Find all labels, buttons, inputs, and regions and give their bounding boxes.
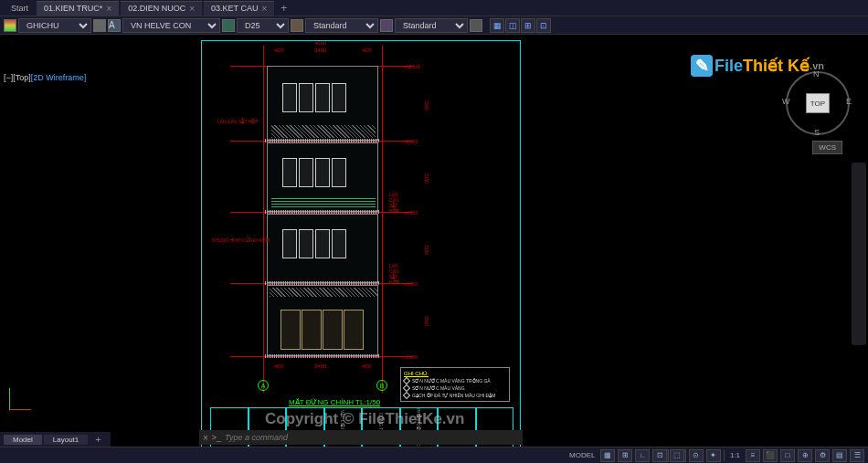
dim-text: 3300 — [424, 100, 429, 110]
level-marker: ±0.000 — [404, 354, 418, 360]
compass-e[interactable]: E — [846, 97, 852, 106]
note-item: SƠN NƯỚC MÀU VÀNG TRỒNG GÀ — [412, 378, 491, 384]
status-btn[interactable]: ⬛ — [763, 449, 778, 462]
navigation-bar[interactable] — [852, 163, 866, 345]
logo-text: .vn — [810, 60, 824, 71]
drawing-content: 400 3400 400 4000 — [201, 40, 521, 447]
misc-icon[interactable] — [470, 19, 482, 32]
layer-select[interactable]: GHICHU — [18, 18, 91, 33]
tab-label: 03.KET CAU — [211, 4, 258, 13]
viewport-controls[interactable]: [−][Top][2D Wireframe] — [4, 73, 86, 82]
status-btn[interactable]: ▤ — [832, 449, 847, 462]
document-tab-1[interactable]: 01.KIEN TRUC* × — [37, 1, 119, 16]
add-layout-button[interactable]: + — [90, 434, 106, 445]
logo-icon: ✎ — [691, 55, 713, 77]
annotation: LAN CAN SẮT HỘP — [217, 119, 259, 124]
tablestyle1-select[interactable]: Standard — [305, 18, 378, 33]
axis-bubble: B — [376, 380, 387, 391]
status-btn[interactable]: ✦ — [706, 449, 721, 462]
axis-bubble: A — [258, 380, 269, 391]
status-btn[interactable]: □ — [780, 449, 795, 462]
status-btn[interactable]: ≡ — [746, 449, 760, 462]
drawing-title: MẶT ĐỨNG CHÍNH TL:1/50 — [289, 398, 380, 406]
building-elevation: 400 3400 400 4000 — [267, 55, 378, 384]
status-btn-osnap[interactable]: ⬚ — [670, 449, 684, 462]
toolbar-btn-3[interactable]: ⊞ — [521, 18, 535, 33]
ucs-icon — [9, 383, 37, 410]
dim-text: 3400 — [314, 47, 326, 53]
command-line[interactable]: × >_ — [199, 430, 523, 445]
dimstyle-icon — [222, 19, 235, 32]
viewport-label[interactable]: [−][Top] — [4, 73, 31, 82]
properties-toolbar: GHICHU A VN HELVE CON D25 Standard Stand… — [0, 16, 868, 35]
tab-label: 01.KIEN TRUC* — [44, 4, 102, 13]
visual-style-label[interactable]: [2D Wireframe] — [31, 73, 87, 82]
logo-text: Thiết Kế — [743, 56, 810, 76]
notes-title: GHI CHÚ: — [404, 371, 506, 376]
document-tab-bar: Start 01.KIEN TRUC* × 02.DIEN NUOC × 03.… — [0, 0, 868, 16]
command-area: × >_ — [199, 430, 523, 445]
toolbar-btn-2[interactable]: ◫ — [505, 18, 520, 33]
add-tab-button[interactable]: + — [275, 2, 292, 15]
layout-tabs: Model Layout1 + — [0, 432, 111, 447]
tablestyle-icon — [291, 19, 303, 32]
viewcube-face[interactable]: TOP — [806, 93, 830, 113]
command-input[interactable] — [225, 433, 519, 442]
status-btn-polar[interactable]: ⊡ — [652, 449, 667, 462]
status-btn[interactable]: ⊙ — [689, 449, 704, 462]
watermark-logo: ✎ File Thiết Kế .vn — [691, 55, 824, 77]
textstyle-select[interactable]: VN HELVE CON — [122, 18, 220, 33]
tablestyle2-select[interactable]: Standard — [395, 18, 468, 33]
annotation: KHUNG HÌNH CỬA ĐI KÍNH — [212, 237, 270, 243]
note-item: GẠCH ỐP ĐÁ TỰ NHIÊN MÀU GHI ĐẬM — [412, 393, 495, 398]
status-bar: MODEL ▦ ⊞ ∟ ⊡ ⬚ ┼ ◫ ⊙ ✦ 1:1 ≡ ⬛ □ ⊕ ⚙ ▤ … — [0, 447, 868, 463]
close-icon[interactable]: × — [261, 4, 267, 14]
textstyle-icon: A — [108, 19, 121, 32]
status-btn-ortho[interactable]: ∟ — [635, 449, 650, 462]
tablestyle2-icon — [380, 19, 393, 32]
level-marker: +12.600 — [404, 64, 420, 69]
logo-text: File — [715, 57, 743, 76]
document-tab-3[interactable]: 03.KET CAU × — [204, 1, 274, 16]
layout-tab[interactable]: Layout1 — [44, 435, 88, 445]
dim-text: 4000 — [314, 40, 326, 46]
viewcube[interactable]: N S E W TOP — [786, 71, 850, 135]
level-marker: +3.000 — [404, 281, 418, 287]
close-icon[interactable]: × — [106, 4, 111, 14]
dim-text: 3150 — [424, 245, 429, 255]
compass-s[interactable]: S — [814, 128, 820, 137]
document-tab-2[interactable]: 02.DIEN NUOC × — [121, 1, 202, 16]
annotation: LAN CAN SẮT HỘP — [389, 263, 399, 285]
start-tab[interactable]: Start — [4, 4, 36, 13]
close-icon[interactable]: × — [189, 4, 195, 14]
dim-text: 400 — [362, 363, 371, 369]
level-marker: +9.300 — [404, 139, 418, 144]
dim-text: 400 — [274, 363, 283, 369]
match-props-icon[interactable] — [93, 19, 106, 32]
layer-icon — [4, 19, 16, 32]
status-btn[interactable]: ⚙ — [815, 449, 830, 462]
command-prompt-icon: >_ — [212, 433, 221, 442]
annotation-scale[interactable]: 1:1 — [727, 451, 743, 459]
dim-text: 3150 — [424, 174, 429, 184]
model-tab[interactable]: Model — [4, 435, 42, 445]
dim-text: 400 — [274, 47, 283, 53]
drawing-canvas[interactable]: [−][Top][2D Wireframe] 400 3400 400 4000 — [0, 35, 868, 447]
compass-w[interactable]: W — [782, 97, 790, 106]
status-btn[interactable]: ⊕ — [798, 449, 812, 462]
dim-text: 3400 — [314, 363, 326, 369]
status-btn-grid[interactable]: ▦ — [600, 449, 615, 462]
toolbar-btn-4[interactable]: ⊡ — [536, 18, 551, 33]
dimstyle-select[interactable]: D25 — [237, 18, 289, 33]
wcs-label[interactable]: WCS — [812, 141, 842, 154]
dim-text: 3000 — [424, 316, 429, 326]
status-btn-snap[interactable]: ⊞ — [618, 449, 632, 462]
tab-label: 02.DIEN NUOC — [128, 4, 185, 13]
level-marker: +6.150 — [404, 210, 418, 216]
customization-button[interactable]: ☰ — [850, 449, 864, 462]
toolbar-btn-1[interactable]: ▦ — [490, 18, 504, 33]
note-item: SƠN NƯỚC MÀU VÀNG — [412, 385, 465, 391]
close-icon[interactable]: × — [203, 433, 208, 443]
annotation: LAN CAN SẮT HỘP — [389, 192, 399, 214]
model-space-button[interactable]: MODEL — [566, 451, 598, 459]
